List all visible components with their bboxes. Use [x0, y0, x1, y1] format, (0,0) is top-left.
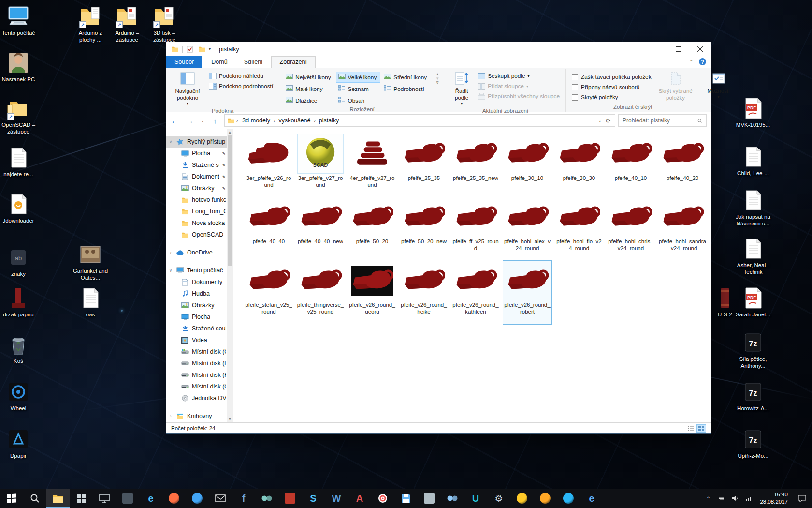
file-item[interactable]: pfeife_v26_round_kathleen	[451, 261, 500, 324]
qat-folder-icon[interactable]	[171, 45, 179, 54]
app-red[interactable]	[278, 489, 302, 508]
scroll-up-icon[interactable]: ▲	[228, 129, 232, 135]
file-item[interactable]: pfeife_30_10	[503, 134, 551, 197]
network-icon[interactable]	[742, 489, 755, 508]
address-dropdown-icon[interactable]: ⌄	[598, 118, 602, 123]
checkbox-skryté[interactable]: Skryté položky	[570, 93, 653, 102]
help-icon[interactable]: ?	[699, 58, 706, 65]
desktop-icon-s-la-p-tice-anthony[interactable]: 7z Síla pětice, Anthony...	[735, 331, 771, 370]
taskbar-clock[interactable]: 16:40 28.08.2017	[756, 491, 792, 506]
sidebar-item-dokumenty[interactable]: Dokumenty	[166, 276, 227, 288]
desktop-icon-mvk-10195[interactable]: PDF MVK-10195...	[735, 97, 771, 128]
add-columns-button[interactable]: Přidat sloupce▾	[476, 82, 562, 90]
app-ball-cyan[interactable]	[557, 489, 580, 508]
tab-soubor[interactable]: Soubor	[166, 56, 202, 68]
preview-pane-button[interactable]: Podokno náhledu	[207, 72, 275, 80]
sidebar-item-hotovo-funkcni[interactable]: hotovo funkcni	[166, 194, 227, 206]
layout-option-malé-ikony[interactable]: Malé ikony	[283, 83, 334, 94]
app-dark[interactable]	[116, 489, 139, 508]
file-item[interactable]: pfeife_25_35	[400, 134, 448, 197]
details-view-toggle[interactable]	[686, 424, 696, 433]
desktop-icon-openscad-z-stupce[interactable]: ↗ OpenSCAD – zástupce	[0, 97, 37, 135]
app-light[interactable]	[418, 489, 441, 508]
up-button[interactable]: ↑	[209, 114, 221, 127]
layout-option-obsah[interactable]: Obsah	[336, 95, 381, 106]
file-item[interactable]: pfeife_thingiverse_v25_round	[296, 261, 345, 324]
qat-new-folder-icon[interactable]	[197, 45, 206, 54]
desktop-icon-horowitz-a[interactable]: 7z Horowitz-A...	[735, 380, 771, 412]
sidebar-item-plocha[interactable]: Plocha	[166, 311, 227, 323]
search-button[interactable]	[23, 489, 46, 508]
app-grid[interactable]	[70, 489, 93, 508]
checkbox-přípony[interactable]: Přípony názvů souborů	[570, 83, 653, 91]
edge[interactable]: e	[139, 489, 162, 508]
sidebar-item-nov-slo-ka[interactable]: Nová složka	[166, 217, 227, 229]
sidebar-item-onedrive[interactable]: ›OneDrive	[166, 247, 227, 258]
touch-keyboard-icon[interactable]	[715, 489, 728, 508]
desktop-icon-asher-neal-technik[interactable]: Asher, Neal - Technik	[735, 237, 771, 276]
file-item[interactable]: pfeife_ff_v25_round	[451, 197, 500, 261]
refresh-icon[interactable]: ⟳	[606, 117, 611, 124]
app-ball-blue[interactable]	[186, 489, 209, 508]
expand-chevron-icon[interactable]: ∨	[168, 268, 173, 273]
sidebar-item-openscad[interactable]: OpenSCAD	[166, 229, 227, 240]
file-item[interactable]: 3er_pfeife_v26_round	[245, 134, 293, 197]
app-rings[interactable]	[441, 489, 464, 508]
desktop-icon-znaky[interactable]: ab znaky	[0, 246, 37, 277]
layout-option-největší-ikony[interactable]: Největší ikony	[283, 72, 334, 83]
desktop-icon-najdete-re[interactable]: najdete-re...	[0, 146, 37, 178]
desktop-icon-3d-tisk-z-stupce[interactable]: ↗ 3D tisk – zástupce	[146, 5, 183, 44]
scroll-down-icon[interactable]: ▼	[228, 416, 232, 422]
file-item[interactable]: pfeife_hohl_sandra_v24_round	[658, 197, 707, 261]
checkbox-icon[interactable]	[572, 74, 578, 80]
checkbox-zaškrtávací[interactable]: Zaškrtávací políčka položek	[570, 73, 653, 81]
sort-by-button[interactable]: Řadit podle ▾	[449, 71, 474, 107]
file-explorer[interactable]	[46, 489, 70, 508]
sidebar-scrollbar[interactable]: ▲ ▼	[227, 129, 233, 422]
desktop-icon-wheel[interactable]: Wheel	[0, 380, 37, 412]
file-item[interactable]: pfeife_hohl_chris_v24_round	[607, 197, 655, 261]
size-columns-button[interactable]: Přizpůsobit všechny sloupce	[476, 92, 562, 101]
start-button[interactable]	[0, 489, 23, 508]
word[interactable]: W	[325, 489, 348, 508]
expand-chevron-icon[interactable]: ›	[168, 250, 173, 255]
file-item[interactable]: pfeife_50_20	[348, 197, 396, 261]
sidebar-item-plocha[interactable]: Plocha✒	[166, 148, 227, 159]
sidebar-item-sta-en-soub[interactable]: Stažené soub✒	[166, 159, 227, 171]
file-item[interactable]: pfeife_v26_round_robert	[503, 261, 551, 324]
thumbnails-view-toggle[interactable]	[696, 424, 706, 433]
firefox[interactable]	[162, 489, 186, 508]
desktop-icon-jdownloader[interactable]: Jdownloader	[0, 193, 37, 224]
qat-customize-icon[interactable]: ▾	[209, 47, 211, 51]
qat-properties-icon[interactable]	[186, 45, 194, 54]
ribbon-collapse-icon[interactable]: ⌃	[689, 60, 693, 64]
desktop-icon-arduino-z-stupce[interactable]: ↗ Arduino – zástupce	[109, 5, 145, 44]
layout-option-seznam[interactable]: Seznam	[336, 83, 381, 94]
file-item[interactable]: pfeife_40_40	[245, 197, 293, 261]
layout-option-dlaždice[interactable]: Dlaždice	[283, 95, 334, 106]
desktop-icon-up-i-z-mo[interactable]: 7z Upíři-z-Mo...	[735, 428, 771, 459]
file-item[interactable]: SCAD 3er_pfeife_v27_round	[296, 134, 345, 197]
sidebar-item-m-stn-disk-c-[interactable]: Místní disk (C:)	[166, 346, 227, 358]
layout-option-střední-ikony[interactable]: Střední ikony	[381, 72, 431, 83]
minimize-button[interactable]	[646, 42, 667, 56]
layout-option-podrobnosti[interactable]: Podrobnosti	[381, 83, 431, 94]
app-orange[interactable]	[534, 489, 557, 508]
desktop-icon-garfunkel-and-oates[interactable]: Garfunkel and Oates...	[72, 243, 109, 282]
file-item[interactable]: pfeife_50_20_new	[400, 197, 448, 261]
sidebar-item-knihovny[interactable]: ›Knihovny	[166, 410, 227, 422]
desktop-icon-nasranek-pc[interactable]: Nasranek PC	[0, 51, 37, 83]
gallery-more-icon[interactable]: ⊽	[436, 81, 439, 85]
file-item[interactable]: pfeife_30_30	[555, 134, 603, 197]
sidebar-item-videa[interactable]: Videa	[166, 334, 227, 346]
file-item[interactable]: 4er_pfeife_v27_round	[348, 134, 396, 197]
file-item[interactable]: pfeife_stefan_v25_round	[245, 261, 293, 324]
gallery-down-icon[interactable]: ▼	[435, 76, 439, 81]
sidebar-item-jednotka-dvd-rw[interactable]: Jednotka DVD RW	[166, 392, 227, 404]
options-button[interactable]: Možnosti ▾	[704, 71, 733, 101]
search-input[interactable]	[623, 117, 697, 124]
maximize-button[interactable]	[667, 42, 689, 56]
checkbox-icon[interactable]	[572, 84, 578, 90]
desktop-icon-jak-napsat-na-kl-vesnici-s[interactable]: Jak napsat na klávesnici s...	[735, 189, 771, 227]
breadcrumb-segment[interactable]: vyskoušené	[276, 116, 313, 125]
